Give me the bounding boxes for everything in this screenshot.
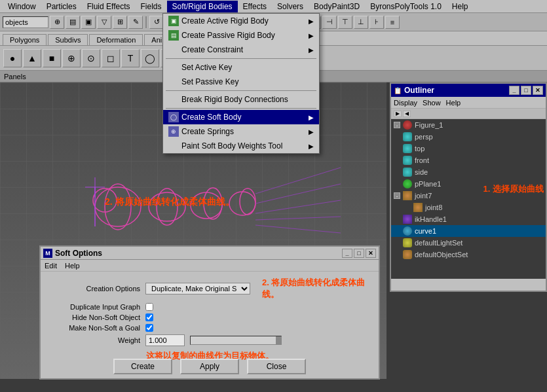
shelf-icon-cone[interactable]: ▲	[23, 49, 41, 67]
outliner-item-side[interactable]: side	[391, 166, 546, 178]
outliner-item-joint8[interactable]: joint8	[391, 202, 546, 213]
create-button[interactable]: Create	[113, 359, 172, 374]
outliner-item-curve1[interactable]: curve1	[391, 225, 546, 237]
menu-create-passive[interactable]: ▤ Create Passive Rigid Body ▶	[163, 28, 319, 43]
soft-options-close[interactable]: ✕	[366, 249, 376, 258]
separator-1	[166, 58, 316, 59]
tab-subdivs[interactable]: Subdivs	[48, 34, 88, 45]
outliner-menubar: Display Show Help	[391, 97, 546, 109]
outliner-item-pplane[interactable]: pPlane1	[391, 178, 546, 190]
soft-options-maximize[interactable]: □	[354, 249, 364, 258]
tb-icon-20[interactable]: ⊥	[354, 16, 368, 29]
figure1-expand[interactable]: -	[394, 122, 400, 128]
hide-non-soft-checkbox[interactable]	[145, 313, 153, 321]
pplane-label: pPlane1	[415, 180, 441, 188]
paint-weights-arrow: ▶	[309, 143, 314, 150]
menu-paint-weights[interactable]: Paint Soft Body Weights Tool ▶	[163, 139, 319, 153]
menu-create-active[interactable]: ▣ Create Active Rigid Body ▶	[163, 14, 319, 28]
shelf-icon-plane[interactable]: ◻	[102, 49, 120, 67]
shelf-icon-text[interactable]: T	[121, 49, 140, 67]
close-button[interactable]: Close	[247, 359, 306, 374]
menu-bodypaint[interactable]: BodyPaint3D	[309, 1, 365, 12]
menu-create-springs[interactable]: ⊕ Create Springs ▶	[163, 124, 319, 139]
menu-window[interactable]: Window	[3, 1, 41, 12]
menu-particles[interactable]: Particles	[41, 1, 82, 12]
tb-icon-3[interactable]: ▣	[81, 16, 96, 29]
joint7-label: joint7	[415, 192, 432, 200]
menu-fields[interactable]: Fields	[136, 1, 167, 12]
menu-create-constraint[interactable]: Create Constraint ▶	[163, 43, 319, 57]
tb-icon-18[interactable]: ⊣	[322, 16, 337, 29]
outliner-menu-help[interactable]: Help	[446, 99, 461, 107]
outliner-minimize[interactable]: _	[509, 86, 519, 95]
outliner-item-top[interactable]: top	[391, 143, 546, 154]
menu-byrons[interactable]: ByronsPolyTools 1.0	[365, 1, 447, 12]
outliner-item-persp[interactable]: persp	[391, 131, 546, 143]
outliner-menu-show[interactable]: Show	[423, 99, 441, 107]
soft-body-arrow: ▶	[309, 114, 314, 121]
joint7-expand[interactable]: -	[394, 192, 400, 199]
outliner-item-front[interactable]: front	[391, 154, 546, 166]
make-non-soft-label: Make Non-Soft a Goal	[48, 324, 140, 332]
shelf-icon-cyl[interactable]: ⊕	[62, 49, 81, 67]
curve1-label: curve1	[415, 227, 436, 235]
menu-fluid-effects[interactable]: Fluid Effects	[82, 1, 136, 12]
menu-create-springs-label: Create Springs	[181, 127, 234, 136]
outliner-item-joint7[interactable]: - joint7	[391, 190, 546, 202]
soft-options-titlebar-btns: _ □ ✕	[342, 249, 376, 258]
menu-set-passive-key[interactable]: Set Passive Key	[163, 75, 319, 89]
shelf-icon-cube[interactable]: ■	[43, 49, 61, 67]
tb-icon-7[interactable]: ↺	[149, 16, 164, 29]
menu-break-connections[interactable]: Break Rigid Body Connections	[163, 92, 319, 107]
weight-input[interactable]	[145, 334, 185, 346]
apply-button[interactable]: Apply	[180, 359, 239, 374]
soft-options-title: Soft Options	[55, 249, 102, 258]
tb-icon-22[interactable]: ≡	[385, 16, 400, 29]
menu-create-soft[interactable]: ◯ Create Soft Body ▶	[163, 110, 319, 124]
tb-icon-5[interactable]: ⊞	[113, 16, 127, 29]
outliner-item-objset[interactable]: defaultObjectSet	[391, 249, 546, 260]
outliner-maximize[interactable]: □	[521, 86, 531, 95]
shelf-icon-sphere[interactable]: ●	[3, 49, 22, 67]
shelf-icon-torus[interactable]: ⊙	[82, 49, 100, 67]
svg-point-6	[204, 188, 222, 219]
ikhandle-icon	[403, 215, 412, 224]
svg-point-4	[157, 188, 178, 225]
shelf-icon-nurbs[interactable]: ◯	[141, 49, 159, 67]
tb-icon-4[interactable]: ▽	[97, 16, 111, 29]
duplicate-input-label: Duplicate Input Graph	[48, 303, 140, 311]
weight-slider[interactable]	[190, 336, 282, 345]
tb-icon-19[interactable]: ⊤	[338, 16, 352, 29]
creation-options-row: Creation Options Duplicate, Make Origina…	[48, 277, 371, 300]
menu-effects[interactable]: Effects	[238, 1, 272, 12]
make-non-soft-checkbox[interactable]	[145, 324, 153, 332]
tab-polygons[interactable]: Polygons	[3, 34, 47, 45]
outliner-item-ikhandle[interactable]: ikHandle1	[391, 213, 546, 225]
outliner-item-lightset[interactable]: defaultLightSet	[391, 237, 546, 249]
outliner-tool-icon2[interactable]: ◀	[403, 111, 411, 117]
menu-help[interactable]: Help	[447, 1, 474, 12]
objects-field[interactable]	[3, 16, 48, 28]
outliner-menu-display[interactable]: Display	[394, 99, 417, 107]
outliner-close[interactable]: ✕	[533, 86, 543, 95]
duplicate-input-checkbox[interactable]	[145, 303, 153, 311]
soft-options-menu-edit[interactable]: Edit	[45, 262, 57, 270]
tab-deformation[interactable]: Deformation	[89, 34, 143, 45]
svg-line-10	[255, 184, 341, 204]
lightset-icon	[403, 238, 412, 247]
outliner-list[interactable]: - Figure_1 persp top front side pPlan	[391, 119, 546, 279]
menubar: Window Particles Fluid Effects Fields So…	[0, 0, 547, 13]
soft-options-minimize[interactable]: _	[342, 249, 352, 258]
tb-icon-1[interactable]: ⊕	[50, 16, 64, 29]
outliner-item-figure1[interactable]: - Figure_1	[391, 119, 546, 131]
tb-icon-21[interactable]: ⊦	[369, 16, 384, 29]
menu-set-active-key[interactable]: Set Active Key	[163, 60, 319, 75]
tb-icon-2[interactable]: ▤	[66, 16, 80, 29]
outliner-tool-icon[interactable]: ▶	[394, 111, 402, 117]
tb-icon-6[interactable]: ✎	[128, 16, 143, 29]
menu-solvers[interactable]: Solvers	[272, 1, 309, 12]
soft-options-menu-help[interactable]: Help	[65, 262, 80, 270]
svg-point-0	[95, 187, 141, 226]
creation-options-select[interactable]: Duplicate, Make Original Soft Duplicate,…	[145, 283, 250, 294]
menu-soft-rigid[interactable]: Soft/Rigid Bodies	[167, 1, 238, 12]
